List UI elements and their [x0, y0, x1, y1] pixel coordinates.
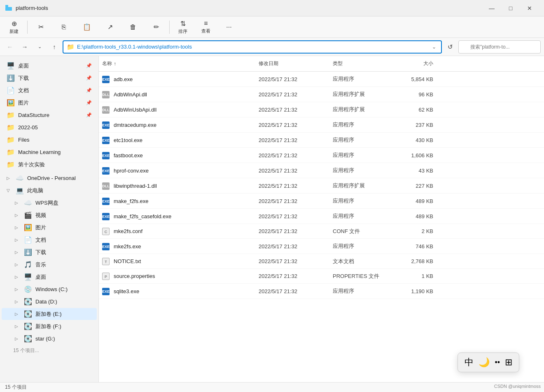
sidebar-item-video[interactable]: ▷ 🎬 视频	[2, 209, 97, 221]
system-tray-popup: 中 🌙 •• ⊞	[458, 352, 519, 372]
new-button[interactable]: ⊕ 新建	[3, 18, 25, 36]
table-row[interactable]: DLL AdbWinUsbApi.dll 2022/5/17 21:32 应用程…	[99, 102, 544, 117]
sidebar-item-documents2[interactable]: ▷ 📄 文档	[2, 234, 97, 246]
up-button[interactable]: ↑	[48, 40, 61, 54]
file-size: 1,190 KB	[395, 287, 437, 296]
file-size: 430 KB	[395, 135, 437, 145]
table-row[interactable]: EXE fastboot.exe 2022/5/17 21:32 应用程序 1,…	[99, 148, 544, 163]
sidebar-item-drive-f[interactable]: ▷ 💽 新加卷 (F:)	[2, 320, 97, 332]
file-size: 227 KB	[395, 181, 437, 191]
search-input[interactable]	[458, 40, 541, 54]
table-row[interactable]: EXE mke2fs.exe 2022/5/17 21:32 应用程序 746 …	[99, 239, 544, 254]
address-dropdown-icon[interactable]: ⌄	[430, 44, 438, 50]
minimize-button[interactable]: —	[482, 0, 501, 16]
table-row[interactable]: T NOTICE.txt 2022/5/17 21:32 文本文档 2,768 …	[99, 254, 544, 269]
table-row[interactable]: EXE hprof-conv.exe 2022/5/17 21:32 应用程序 …	[99, 163, 544, 178]
file-size: 2 KB	[395, 226, 437, 236]
sidebar-item-desktop2[interactable]: ▷ 🖥️ 桌面	[2, 271, 97, 283]
sidebar-item-machine-learning[interactable]: 📁 Machine Learning	[2, 146, 97, 158]
table-row[interactable]: EXE make_f2fs.exe 2022/5/17 21:32 应用程序 4…	[99, 194, 544, 209]
back-button[interactable]: ←	[3, 40, 16, 54]
title-bar-title: platform-tools	[16, 5, 482, 11]
sidebar-item-thispc[interactable]: ▽ 💻 此电脑	[2, 184, 97, 196]
file-type-icon: EXE	[102, 166, 110, 175]
drive-icon: 💽	[24, 310, 32, 318]
forward-button[interactable]: →	[18, 40, 31, 54]
tray-icon-moon[interactable]: 🌙	[479, 357, 490, 368]
file-type: 应用程序	[329, 211, 395, 222]
file-date: 2022/5/17 21:32	[255, 166, 329, 175]
sidebar-item-downloads[interactable]: ⬇️ 下载 📌	[2, 72, 97, 84]
sidebar-item-wps[interactable]: ▷ ☁️ WPS网盘	[2, 197, 97, 209]
table-row[interactable]: EXE sqlite3.exe 2022/5/17 21:32 应用程序 1,1…	[99, 284, 544, 299]
sidebar-item-drive-d[interactable]: ▷ 💽 Data (D:)	[2, 296, 97, 308]
sidebar-item-documents[interactable]: 📄 文档 📌	[2, 84, 97, 96]
copy-button[interactable]: ⎘	[53, 18, 75, 36]
rename-button[interactable]: ✏	[145, 18, 167, 36]
share-button[interactable]: ↗	[99, 18, 121, 36]
sidebar-item-drive-c[interactable]: ▷ 💿 Windows (C:)	[2, 283, 97, 295]
header-date[interactable]: 修改日期	[255, 58, 329, 69]
tray-icon-chinese[interactable]: 中	[465, 356, 474, 369]
refresh-button[interactable]: ↺	[444, 40, 457, 54]
tray-icon-windows[interactable]: ⊞	[505, 357, 512, 368]
delete-button[interactable]: 🗑	[122, 18, 144, 36]
sidebar-item-pictures[interactable]: 🖼️ 图片 📌	[2, 97, 97, 109]
view-button[interactable]: ≡ 查看	[195, 18, 217, 36]
table-row[interactable]: EXE make_f2fs_casefold.exe 2022/5/17 21:…	[99, 209, 544, 224]
expand-arrow-icon: ▷	[15, 299, 21, 304]
address-bar-row: ← → ⌄ ↑ 📁 E:\platform-tools_r33.0.1-wind…	[0, 38, 544, 56]
recent-button[interactable]: ⌄	[33, 40, 46, 54]
cut-button[interactable]: ✂	[30, 18, 51, 36]
sidebar-item-drive-g[interactable]: ▷ 💽 star (G:)	[2, 333, 97, 345]
table-row[interactable]: EXE adb.exe 2022/5/17 21:32 应用程序 5,854 K…	[99, 72, 544, 87]
sidebar-item-experiment[interactable]: 📁 第十次实验	[2, 159, 97, 170]
sidebar-item-pictures2[interactable]: ▷ 🖼️ 图片	[2, 222, 97, 233]
table-row[interactable]: EXE dmtracedump.exe 2022/5/17 21:32 应用程序…	[99, 117, 544, 133]
drive-icon: 💽	[24, 335, 32, 343]
file-name: make_f2fs.exe	[114, 198, 149, 204]
file-type-icon: DLL	[102, 105, 110, 114]
header-size[interactable]: 大小	[395, 58, 437, 69]
table-row[interactable]: C mke2fs.conf 2022/5/17 21:32 CONF 文件 2 …	[99, 224, 544, 239]
expand-arrow-icon: ▷	[15, 201, 21, 205]
table-row[interactable]: DLL libwinpthread-1.dll 2022/5/17 21:32 …	[99, 178, 544, 194]
header-name[interactable]: 名称 ↑	[99, 58, 255, 69]
sidebar-item-more[interactable]: 15 个项目...	[2, 345, 97, 356]
tray-icon-dots[interactable]: ••	[495, 358, 500, 367]
pin-icon: 📌	[86, 112, 92, 118]
maximize-button[interactable]: □	[501, 0, 520, 16]
table-row[interactable]: DLL AdbWinApi.dll 2022/5/17 21:32 应用程序扩展…	[99, 87, 544, 102]
file-size: 2,768 KB	[395, 257, 437, 266]
sidebar-item-label: 此电脑	[27, 187, 43, 194]
sidebar-item-desktop[interactable]: 🖥️ 桌面 📌	[2, 60, 97, 72]
sidebar-item-files[interactable]: 📁 Files	[2, 134, 97, 146]
sidebar-item-onedrive[interactable]: ▷ ☁️ OneDrive - Personal	[2, 172, 97, 184]
header-type[interactable]: 类型	[329, 58, 395, 69]
paste-button[interactable]: 📋	[76, 18, 98, 36]
sidebar-item-datastructure[interactable]: 📁 DataStucture 📌	[2, 109, 97, 121]
documents-icon: 📄	[7, 86, 15, 94]
file-type: 应用程序扩展	[329, 89, 395, 100]
address-bar[interactable]: 📁 E:\platform-tools_r33.0.1-windows\plat…	[63, 40, 442, 54]
close-button[interactable]: ✕	[520, 0, 539, 16]
sort-button[interactable]: ⇅ 排序	[172, 18, 194, 36]
file-name: mke2fs.exe	[114, 243, 141, 250]
sidebar-item-downloads2[interactable]: ▷ ⬇️ 下载	[2, 246, 97, 258]
folder-icon: 📁	[7, 161, 15, 168]
more-button[interactable]: ···	[218, 18, 240, 36]
pin-icon: 📌	[86, 63, 92, 68]
sidebar-item-drive-e[interactable]: ▷ 💽 新加卷 (E:)	[2, 308, 97, 320]
watermark: CSDN @uniqmintmoss	[494, 384, 541, 389]
table-row[interactable]: P source.properties 2022/5/17 21:32 PROP…	[99, 269, 544, 284]
downloads2-icon: ⬇️	[24, 248, 32, 256]
sidebar-item-2022-05[interactable]: 📁 2022-05	[2, 121, 97, 133]
file-type-icon: EXE	[102, 121, 110, 129]
sidebar-item-label: 下载	[18, 75, 29, 82]
sidebar-item-music[interactable]: ▷ 🎵 音乐	[2, 259, 97, 271]
sidebar-item-label: 桌面	[18, 62, 29, 70]
file-date: 2022/5/17 21:32	[255, 257, 329, 266]
table-row[interactable]: EXE etc1tool.exe 2022/5/17 21:32 应用程序 43…	[99, 133, 544, 148]
expand-arrow-icon: ▷	[15, 312, 21, 316]
file-name: adb.exe	[114, 76, 133, 82]
